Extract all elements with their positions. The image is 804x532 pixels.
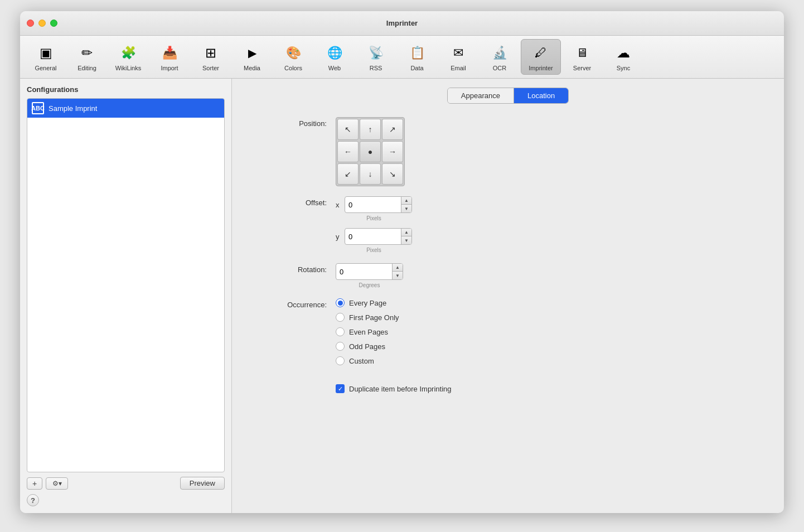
radio-circle-odd-pages — [336, 342, 345, 351]
radio-every-page[interactable]: Every Page — [336, 298, 399, 307]
tab-location[interactable]: Location — [514, 88, 568, 103]
toolbar-item-media[interactable]: Media — [232, 39, 272, 75]
traffic-lights — [27, 20, 57, 27]
offset-y-input[interactable] — [345, 229, 401, 244]
editing-icon — [77, 43, 97, 63]
web-icon — [324, 43, 345, 63]
main-content: Configurations ABC Sample Imprint + ⚙▾ P… — [20, 79, 784, 513]
toolbar-item-editing[interactable]: Editing — [67, 39, 107, 75]
tab-appearance[interactable]: Appearance — [448, 88, 514, 103]
offset-y-label: y — [336, 233, 342, 241]
web-label: Web — [328, 65, 341, 71]
main-window: Imprinter General Editing WikiLinks Impo… — [20, 11, 784, 513]
toolbar-item-web[interactable]: Web — [314, 39, 355, 75]
offset-x-input-wrap: ▲ ▼ — [345, 196, 412, 213]
preview-button[interactable]: Preview — [180, 477, 225, 490]
sorter-label: Sorter — [202, 65, 219, 71]
toolbar-item-general[interactable]: General — [26, 39, 66, 75]
rss-icon — [366, 43, 386, 63]
data-icon — [407, 43, 427, 63]
pos-btn-1-1[interactable]: ● — [360, 141, 381, 162]
pos-btn-0-0[interactable]: ↖ — [337, 119, 359, 140]
radio-circle-every-page — [336, 298, 345, 307]
offset-y-down[interactable]: ▼ — [401, 236, 411, 244]
sidebar-toolbar: + ⚙▾ Preview — [27, 477, 225, 490]
radio-odd-pages[interactable]: Odd Pages — [336, 342, 399, 351]
sorter-icon — [201, 43, 221, 63]
pos-btn-1-2[interactable]: → — [382, 141, 403, 162]
help-button[interactable]: ? — [27, 494, 39, 506]
radio-even-pages[interactable]: Even Pages — [336, 327, 399, 336]
radio-label-odd-pages: Odd Pages — [349, 342, 385, 351]
toolbar-item-ocr[interactable]: OCR — [480, 39, 520, 75]
offset-row: Offset: x ▲ ▼ Pixels — [260, 196, 767, 253]
radio-first-page-only[interactable]: First Page Only — [336, 313, 399, 322]
toolbar-item-rss[interactable]: RSS — [356, 39, 396, 75]
data-label: Data — [410, 65, 423, 71]
rotation-up[interactable]: ▲ — [393, 264, 403, 272]
sidebar-title: Configurations — [27, 85, 225, 94]
pos-btn-2-1[interactable]: ↓ — [360, 163, 381, 185]
right-panel: AppearanceLocation Position: ↖↑↗←●→↙↓↘ O… — [232, 79, 784, 513]
pos-btn-1-0[interactable]: ← — [337, 141, 359, 162]
rotation-input-group: ▲ ▼ Degrees — [336, 263, 403, 288]
offset-x-input[interactable] — [345, 197, 401, 212]
position-grid: ↖↑↗←●→↙↓↘ — [336, 117, 405, 186]
ocr-label: OCR — [493, 65, 506, 71]
email-icon — [448, 43, 468, 63]
close-button[interactable] — [27, 20, 34, 27]
offset-y-up[interactable]: ▲ — [401, 229, 411, 236]
wikilinks-icon — [118, 43, 138, 63]
general-label: General — [35, 65, 56, 71]
toolbar-item-server[interactable]: Server — [562, 39, 602, 75]
pos-btn-0-2[interactable]: ↗ — [382, 119, 403, 140]
rotation-sublabel: Degrees — [336, 282, 403, 288]
offset-y-spinner: ▲ ▼ — [401, 229, 411, 244]
radio-label-even-pages: Even Pages — [349, 328, 388, 336]
editing-label: Editing — [78, 65, 96, 71]
radio-circle-custom — [336, 356, 345, 365]
sync-label: Sync — [617, 65, 630, 71]
media-icon — [242, 43, 262, 63]
pos-btn-0-1[interactable]: ↑ — [360, 119, 381, 140]
toolbar-item-email[interactable]: Email — [438, 39, 478, 75]
rotation-row: Rotation: ▲ ▼ Degrees — [260, 263, 767, 288]
offset-x-sublabel: Pixels — [336, 215, 412, 221]
tabs: AppearanceLocation — [447, 88, 569, 104]
toolbar-item-sorter[interactable]: Sorter — [191, 39, 231, 75]
rotation-input-row: ▲ ▼ — [336, 263, 403, 280]
toolbar-item-colors[interactable]: Colors — [273, 39, 313, 75]
offset-x-down[interactable]: ▼ — [401, 205, 411, 212]
toolbar-item-import[interactable]: Import — [149, 39, 190, 75]
gear-button[interactable]: ⚙▾ — [46, 477, 68, 490]
position-row: Position: ↖↑↗←●→↙↓↘ — [260, 117, 767, 186]
sidebar-item-sample-imprint[interactable]: ABC Sample Imprint — [27, 99, 224, 118]
media-label: Media — [244, 65, 260, 71]
toolbar-item-wikilinks[interactable]: WikiLinks — [108, 39, 148, 75]
offset-x-spinner: ▲ ▼ — [401, 197, 411, 212]
radio-custom[interactable]: Custom — [336, 356, 399, 365]
pos-btn-2-0[interactable]: ↙ — [337, 163, 359, 185]
offset-x-up[interactable]: ▲ — [401, 197, 411, 205]
sidebar-item-icon-sample-imprint: ABC — [32, 102, 44, 114]
rotation-down[interactable]: ▼ — [393, 272, 403, 279]
duplicate-checkbox[interactable]: ✓ — [336, 384, 345, 393]
import-label: Import — [161, 65, 178, 71]
colors-icon — [283, 43, 303, 63]
location-form: Position: ↖↑↗←●→↙↓↘ Offset: x ▲ — [249, 117, 767, 393]
toolbar-item-imprinter[interactable]: Imprinter — [521, 39, 561, 75]
minimize-button[interactable] — [38, 20, 46, 27]
maximize-button[interactable] — [50, 20, 57, 27]
pos-btn-2-2[interactable]: ↘ — [382, 163, 403, 185]
add-button[interactable]: + — [27, 477, 42, 490]
toolbar-item-data[interactable]: Data — [397, 39, 437, 75]
sidebar-list: ABC Sample Imprint — [27, 98, 225, 472]
rotation-label: Rotation: — [260, 263, 327, 274]
occurrence-radio-group: Every Page First Page Only Even Pages Od… — [336, 298, 399, 365]
toolbar-item-sync[interactable]: Sync — [603, 39, 643, 75]
offset-label: Offset: — [260, 196, 327, 207]
titlebar: Imprinter — [20, 11, 784, 36]
window-title: Imprinter — [386, 19, 418, 27]
colors-label: Colors — [284, 65, 302, 71]
rotation-input[interactable] — [336, 264, 392, 279]
